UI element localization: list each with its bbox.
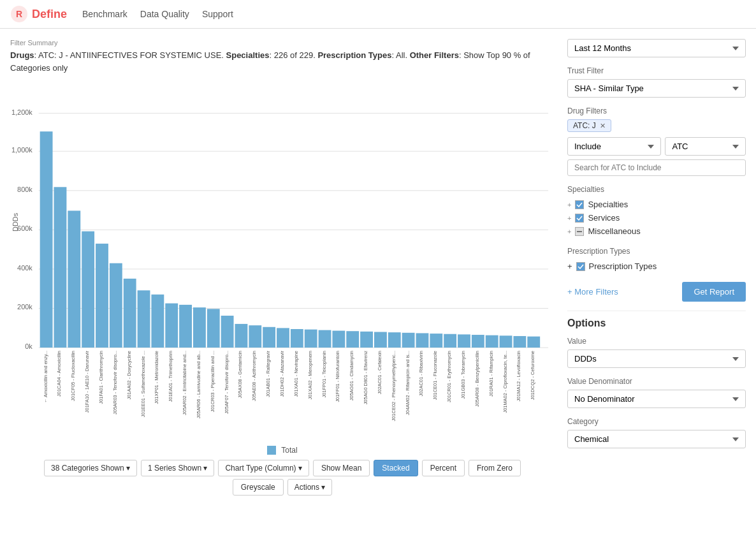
bar-21[interactable]: [332, 331, 345, 348]
bar-14[interactable]: [235, 324, 248, 348]
stacked-button[interactable]: Stacked: [374, 460, 418, 476]
nav-support[interactable]: Support: [202, 9, 233, 19]
chart-type-button[interactable]: Chart Type (Column): [218, 460, 309, 476]
specialty-expand-2[interactable]: +: [567, 228, 571, 235]
more-filters-row: + More Filters Get Report: [567, 282, 746, 302]
nav-data-quality[interactable]: Data Quality: [140, 9, 189, 19]
y-label-400k: 400k: [17, 264, 33, 272]
bar-32[interactable]: [486, 335, 498, 348]
options-title: Options: [567, 318, 746, 329]
bar-10[interactable]: [179, 305, 192, 348]
bar-24[interactable]: [374, 332, 387, 348]
bar-6[interactable]: [124, 279, 136, 348]
bar-9[interactable]: [165, 304, 178, 348]
x-label-7: J01EE01 - Sulfamethoxazole ...: [140, 351, 146, 417]
x-label-16: J01AB01 - Raltegravir: [265, 350, 271, 397]
bar-19[interactable]: [305, 330, 317, 348]
drug-search-input[interactable]: [567, 159, 746, 176]
sidebar-specialties: Specialties + Specialties + Services +: [567, 185, 746, 238]
x-label-32: J01RA01 - Rifampicin: [488, 351, 494, 397]
bar-chart: 1,200k 1,000k 800k 600k 400k 200k 0k DDD…: [10, 82, 555, 439]
sidebar-drug-filters: Drug Filters ATC: J ✕ Include Exclude AT…: [567, 107, 746, 176]
actions-button[interactable]: Actions: [287, 479, 333, 496]
bar-28[interactable]: [430, 334, 442, 348]
bar-29[interactable]: [444, 334, 456, 348]
specialty-item-1: + Services: [567, 211, 746, 224]
x-label-22: J05AG01 - Clindamycin: [349, 351, 354, 400]
bar-15[interactable]: [249, 325, 261, 348]
bar-27[interactable]: [416, 333, 429, 348]
more-filters-link[interactable]: + More Filters: [567, 287, 618, 297]
value-select[interactable]: DDDs Items Net Ingredient Cost: [567, 349, 746, 368]
bar-31[interactable]: [472, 335, 484, 348]
bar-34[interactable]: [513, 336, 526, 348]
x-label-31: J05AR08 - Benzylpenicillin: [474, 351, 480, 407]
bar-1[interactable]: [54, 187, 67, 348]
bar-16[interactable]: [263, 327, 275, 348]
specialty-expand-0[interactable]: +: [567, 201, 571, 209]
sidebar-value-denominator: Value Denominator No Denominator Per 100…: [567, 377, 746, 408]
x-label-11: J05AR06 - Lamivudine and ab...: [196, 351, 201, 418]
value-denominator-select[interactable]: No Denominator Per 1000 Patients Per 100…: [567, 390, 746, 408]
y-label-600k: 600k: [17, 224, 33, 232]
bar-13[interactable]: [221, 316, 234, 348]
show-mean-button[interactable]: Show Mean: [313, 460, 370, 476]
categories-shown-button[interactable]: 38 Categories Shown: [44, 460, 137, 476]
bar-5[interactable]: [110, 263, 122, 348]
bar-25[interactable]: [388, 332, 401, 348]
x-label-10: J05AR02 - Emtricitabine and...: [182, 351, 187, 415]
bar-17[interactable]: [277, 328, 289, 348]
partial-icon-2: [576, 230, 583, 233]
include-select[interactable]: Include Exclude: [567, 137, 661, 156]
bar-26[interactable]: [402, 333, 415, 348]
x-label-34: J01MA12 - Levofloxacin: [516, 351, 521, 401]
prescription-expand-0[interactable]: +: [567, 261, 572, 271]
specialty-checkbox-1[interactable]: [575, 214, 584, 223]
bar-20[interactable]: [319, 330, 331, 348]
fs-other-label: Other Filters: [410, 50, 459, 60]
x-label-26: J04AM02 - Rifampicin and is...: [405, 351, 411, 415]
x-label-20: J01FP01 - Teicoplanin: [321, 351, 327, 397]
y-label-1200k: 1,200k: [11, 108, 33, 116]
bar-3[interactable]: [82, 231, 94, 348]
bar-22[interactable]: [346, 331, 359, 348]
category-select[interactable]: Chemical BNF Section BNF Chapter Drug: [567, 430, 746, 448]
specialty-checkbox-0[interactable]: [575, 200, 584, 209]
x-labels-group: ← Amoxicillin and enzy...J01CA04 - Amoxi…: [43, 350, 536, 421]
drug-filter-remove[interactable]: ✕: [600, 122, 606, 130]
series-shown-button[interactable]: 1 Series Shown: [141, 460, 214, 476]
check-icon-1: [576, 216, 583, 221]
bar-7[interactable]: [138, 290, 150, 348]
prescription-checkbox-0[interactable]: [576, 262, 585, 271]
atc-select[interactable]: ATC BNF Drug Name: [665, 137, 746, 156]
trust-filter-select[interactable]: SHA - Similar Type All Trusts: [567, 79, 746, 98]
specialty-checkbox-2[interactable]: [575, 227, 584, 236]
bar-0[interactable]: [40, 131, 53, 348]
drug-filter-tag-text: ATC: J: [573, 121, 596, 130]
bar-2[interactable]: [68, 210, 80, 348]
from-zero-button[interactable]: From Zero: [469, 460, 521, 476]
bar-30[interactable]: [458, 334, 470, 348]
bar-4[interactable]: [96, 244, 108, 348]
sidebar: Last 12 Months Last 6 Months Last 3 Mont…: [567, 39, 746, 496]
bar-35[interactable]: [527, 337, 540, 348]
bar-18[interactable]: [291, 329, 303, 348]
time-period-select[interactable]: Last 12 Months Last 6 Months Last 3 Mont…: [567, 39, 746, 57]
prescription-types-label: Prescription Types: [567, 247, 746, 256]
trust-filter-label: Trust Filter: [567, 66, 746, 75]
specialty-name-1: Services: [588, 213, 620, 223]
y-label-0k: 0k: [25, 342, 33, 350]
bar-12[interactable]: [207, 309, 220, 348]
greyscale-button[interactable]: Greyscale: [233, 479, 284, 496]
bottom-controls-row2: Greyscale Actions: [10, 479, 555, 496]
bar-23[interactable]: [360, 332, 373, 348]
bar-33[interactable]: [500, 335, 512, 348]
bar-8[interactable]: [151, 295, 164, 348]
bar-11[interactable]: [193, 307, 206, 348]
percent-button[interactable]: Percent: [422, 460, 465, 476]
x-label-12: J01CR03 - Piperacillin and ...: [210, 351, 215, 412]
nav-benchmark[interactable]: Benchmark: [82, 9, 127, 19]
fs-drugs-label: Drugs: [10, 50, 34, 60]
specialty-expand-1[interactable]: +: [567, 214, 571, 222]
get-report-button[interactable]: Get Report: [682, 282, 746, 302]
